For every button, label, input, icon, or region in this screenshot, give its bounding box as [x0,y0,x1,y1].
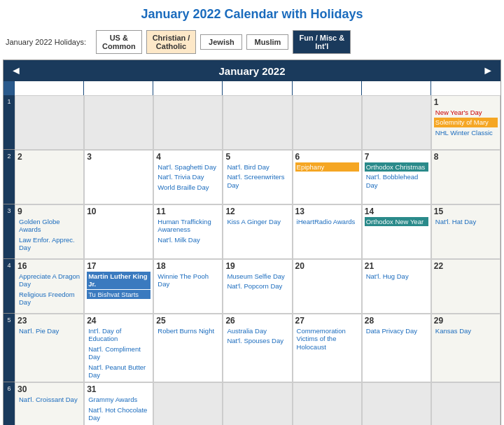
prev-month-button[interactable]: ◄ [10,64,22,77]
calendar-event: Commemoration Victims of the Holocaust [295,326,359,351]
calendar-cell [153,95,223,150]
calendar-cell: 4Nat'l. Spaghetti DayNat'l. Trivia DayWo… [153,150,223,204]
calendar-cell: 5Nat'l. Bird DayNat'l. Screenwriters Day [223,150,292,204]
calendar-cell: 11Human Trafficking AwarenessNat'l. Milk… [153,204,223,259]
calendar-cell: 13iHeartRadio Awards [293,204,362,259]
calendar-cell: 9Golden Globe AwardsLaw Enfor. Apprec. D… [15,204,84,259]
calendar-event: Nat'l. Spaghetti Day [156,162,220,172]
calendar-cell [293,95,362,150]
calendar-cell [293,382,362,425]
calendar-cell: 29Kansas Day [431,314,500,382]
weekday-mon: Mon [84,81,153,95]
day-number: 28 [365,316,428,326]
calendar-cell: 8 [431,150,500,204]
calendar-event: Law Enfor. Apprec. Day [18,235,81,253]
day-number: 18 [156,261,220,271]
day-number: 4 [156,152,220,162]
calendar-cell: 14Orthodox New Year [362,204,431,259]
calendar-header: Sun Mon Tue Wed Thu Fri Sat [4,81,500,95]
calendar-cell: 17Martin Luther King Jr.Tu Bishvat Start… [84,259,153,314]
calendar-event: Nat'l. Trivia Day [156,172,220,181]
calendar-cell: 10 [84,204,153,259]
calendar-event: Data Privacy Day [365,326,428,335]
week-row-3: 39Golden Globe AwardsLaw Enfor. Apprec. … [4,204,500,259]
day-number: 31 [87,384,150,394]
calendar-event: Nat'l. Popcorn Day [225,281,289,291]
calendar-cell: 6Epiphany [293,150,362,204]
holiday-label: January 2022 Holidays: [6,38,86,46]
filter-fun[interactable]: Fun / Misc &Int'l [293,30,351,54]
calendar-cell: 15Nat'l. Hat Day [431,204,500,259]
calendar-cell: 27Commemoration Victims of the Holocaust [293,314,362,382]
calendar-event: Orthodox New Year [365,217,428,226]
calendar-event: Kansas Day [434,326,498,335]
week-number: 1 [4,95,15,150]
weekday-fri: Fri [362,81,431,95]
calendar-cell: 23Nat'l. Pie Day [15,314,84,382]
calendar-cell: 24Int'l. Day of EducationNat'l. Complime… [84,314,153,382]
weekday-thu: Thu [293,81,362,95]
filter-christian[interactable]: Christian /Catholic [146,30,197,54]
day-number: 1 [434,97,498,107]
calendar-event: Nat'l. Compliment Day [87,344,150,362]
weekday-sun: Sun [15,81,84,95]
next-month-button[interactable]: ► [482,64,493,77]
calendar-cell [15,95,84,150]
calendar-event: Nat'l. Milk Day [156,235,220,244]
calendar-event: Human Trafficking Awareness [156,217,220,235]
day-number: 23 [18,316,81,326]
day-number: 3 [87,152,150,162]
calendar-cell: 20 [293,259,362,314]
day-number: 25 [156,316,220,326]
calendar-event: Int'l. Day of Education [87,326,150,344]
day-number: 26 [225,316,289,326]
calendar-event: Winnie The Pooh Day [156,272,220,289]
day-number: 14 [365,207,428,216]
day-number: 15 [434,207,498,216]
weekday-sat: Sat [431,81,500,95]
calendar-cell: 7Orthodox ChristmasNat'l. Bobblehead Day [362,150,431,204]
calendar-event: Orthodox Christmas [365,162,428,172]
week-number: 4 [4,259,15,314]
day-number: 30 [18,384,81,394]
filter-muslim[interactable]: Muslim [246,34,288,50]
calendar-event: Solemnity of Mary [434,118,498,127]
calendar-event: Nat'l. Pie Day [18,326,81,335]
day-number: 10 [87,207,150,216]
filter-us-common[interactable]: US &Common [96,30,142,54]
week-row-1: 11New Year's DaySolemnity of MaryNHL Win… [4,95,500,150]
day-number: 6 [295,152,359,162]
day-number: 29 [434,316,498,326]
calendar-cell: 12Kiss A Ginger Day [223,204,292,259]
filter-jewish[interactable]: Jewish [200,34,242,50]
calendar-event: Golden Globe Awards [18,217,81,235]
calendar-event: Martin Luther King Jr. [87,272,150,289]
day-number: 22 [434,261,498,271]
day-number: 2 [18,152,81,162]
weekday-tue: Tue [153,81,223,95]
calendar-event: Robert Burns Night [156,326,220,335]
day-number: 5 [225,152,289,162]
calendar-event: Kiss A Ginger Day [225,217,289,226]
weekday-wed: Wed [223,81,292,95]
day-number: 9 [18,207,81,216]
day-number: 16 [18,261,81,271]
calendar-event: Nat'l. Bird Day [225,162,289,172]
day-number: 19 [225,261,289,271]
calendar-event: World Braille Day [156,183,220,192]
calendar-event: Nat'l. Croissant Day [18,395,81,404]
calendar-cell: 3 [84,150,153,204]
calendar-cell: 22 [431,259,500,314]
page-title: January 2022 Calendar with Holidays [0,0,504,27]
calendar-cell: 26Australia DayNat'l. Spouses Day [223,314,292,382]
calendar-event: Nat'l. Screenwriters Day [225,172,289,190]
day-number: 12 [225,207,289,216]
week-number: 3 [4,204,15,259]
calendar-cell: 28Data Privacy Day [362,314,431,382]
day-number: 17 [87,261,150,271]
day-number: 8 [434,152,498,162]
calendar-cell: 16Appreciate A Dragon DayReligious Freed… [15,259,84,314]
calendar-cell [223,95,292,150]
calendar-event: Nat'l. Spouses Day [225,336,289,345]
day-number: 27 [295,316,359,326]
